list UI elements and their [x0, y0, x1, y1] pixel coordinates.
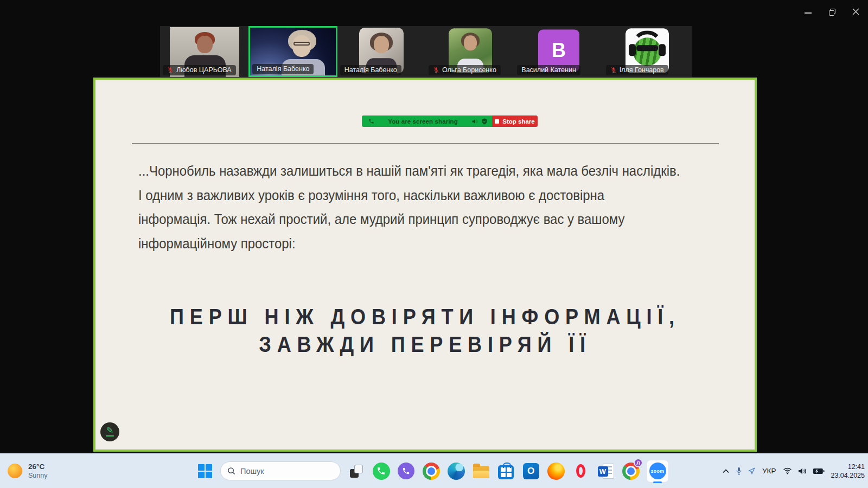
language-indicator[interactable]: УКР	[761, 467, 777, 475]
taskbar-app-opera[interactable]	[571, 461, 590, 480]
participant-name: Ілля Гончаров	[620, 66, 664, 74]
taskbar-app-chrome[interactable]	[422, 461, 441, 480]
slide-paragraph-line: інформація. Тож нехай простий, але мудри…	[138, 207, 732, 232]
slide-heading-line1: ПЕРШ НІЖ ДОВІРЯТИ ІНФОРМАЦІЇ,	[135, 303, 715, 331]
taskbar-clock[interactable]: 12:41 23.04.2025	[831, 463, 865, 480]
muted-mic-icon	[167, 67, 174, 73]
windows-logo-icon	[198, 464, 212, 478]
participant-name-badge: Любов ЦАРЬОВА	[163, 65, 236, 75]
minimize-button[interactable]	[804, 8, 812, 15]
stop-share-button[interactable]: Stop share	[492, 115, 538, 127]
taskbar-search[interactable]	[220, 461, 341, 480]
participant-filmstrip: Любов ЦАРЬОВА Наталія Бабенко Наталія Ба…	[160, 26, 692, 77]
weather-condition: Sunny	[28, 471, 47, 480]
participant-name-badge: Ольга Борисенко	[429, 65, 501, 75]
slide-paragraph: ...Чорнобиль назавжди залишиться в нашій…	[138, 159, 732, 255]
tray-location-in-use[interactable]	[748, 467, 755, 474]
outlook-icon: O	[523, 463, 539, 479]
search-input[interactable]	[240, 467, 327, 476]
viber-icon	[398, 463, 414, 479]
slide-paragraph-line: ...Чорнобиль назавжди залишиться в нашій…	[138, 159, 732, 183]
chevron-up-icon	[722, 468, 730, 474]
tray-date: 23.04.2025	[831, 471, 865, 480]
speaker-icon	[798, 467, 807, 475]
chrome-profile-badge: Л	[634, 458, 643, 467]
participant-tile[interactable]: В Василий Катенин	[514, 26, 603, 77]
participant-initial: В	[552, 39, 566, 62]
close-icon	[852, 8, 859, 15]
taskbar-app-outlook[interactable]: O	[521, 461, 540, 480]
system-tray: УКР 12:41	[722, 454, 865, 488]
muted-mic-icon	[433, 67, 439, 73]
participant-tile[interactable]: Ольга Борисенко	[426, 26, 514, 77]
participant-name: Наталія Бабенко	[257, 65, 309, 73]
taskbar-app-viber[interactable]	[397, 461, 416, 480]
tray-volume[interactable]	[798, 467, 807, 475]
location-arrow-icon	[748, 467, 755, 474]
slide-divider-line	[132, 143, 719, 144]
screen-share-status-text: You are screen sharing	[378, 118, 468, 125]
opera-icon	[576, 464, 585, 478]
taskbar-app-whatsapp[interactable]	[372, 461, 391, 480]
start-button[interactable]	[195, 461, 214, 480]
participant-name: Любов ЦАРЬОВА	[176, 66, 232, 74]
participant-name-badge: Наталія Бабенко	[252, 64, 314, 74]
muted-mic-icon	[610, 67, 617, 73]
shield-check-icon[interactable]	[481, 118, 488, 125]
close-button[interactable]	[852, 8, 859, 15]
tray-battery[interactable]	[813, 468, 825, 474]
speaker-icon[interactable]	[471, 118, 478, 125]
screen-share-status-pill[interactable]: You are screen sharing	[362, 115, 492, 127]
zoom-meeting-window: Любов ЦАРЬОВА Наталія Бабенко Наталія Ба…	[0, 0, 868, 488]
participant-name: Наталія Бабенко	[344, 66, 397, 74]
taskbar-app-microsoft-store[interactable]	[496, 461, 515, 480]
slide-heading: ПЕРШ НІЖ ДОВІРЯТИ ІНФОРМАЦІЇ, ЗАВЖДИ ПЕР…	[135, 303, 715, 358]
participant-name: Ольга Борисенко	[442, 66, 496, 74]
firefox-icon	[547, 463, 565, 480]
phone-icon	[368, 118, 374, 124]
participant-name-badge: Василий Катенин	[517, 65, 580, 75]
minimize-icon	[805, 12, 812, 14]
chrome-icon	[423, 463, 440, 480]
taskbar-app-word[interactable]: W	[596, 461, 615, 480]
taskbar-app-firefox[interactable]	[546, 461, 565, 480]
taskbar-app-zoom-active[interactable]: zoom	[646, 460, 669, 483]
restore-icon	[829, 9, 835, 15]
screen-share-toolbar[interactable]: You are screen sharing Stop share	[362, 115, 538, 127]
task-view-button[interactable]	[347, 461, 366, 480]
wifi-icon	[783, 467, 792, 474]
annotate-pencil-icon: ✎	[106, 427, 113, 434]
slide-heading-line2: ЗАВЖДИ ПЕРЕВІРЯЙ ЇЇ	[135, 331, 715, 358]
sunny-weather-icon	[8, 464, 22, 478]
participant-name: Василий Катенин	[521, 66, 576, 74]
weather-widget[interactable]: 26°C Sunny	[8, 454, 47, 488]
task-view-icon	[350, 465, 363, 478]
battery-charging-icon	[813, 468, 825, 474]
tray-time: 12:41	[831, 463, 865, 471]
participant-tile[interactable]: Ілля Гончаров	[603, 26, 692, 77]
annotate-button[interactable]: ✎	[100, 422, 119, 441]
taskbar-center: O W Л zoom	[195, 454, 669, 488]
slide-paragraph-line: І одним з важливих уроків є розуміння то…	[138, 183, 732, 208]
tray-wifi[interactable]	[783, 467, 792, 474]
microsoft-store-icon	[498, 465, 514, 479]
stop-share-label: Stop share	[502, 118, 534, 125]
participant-tile-active-speaker[interactable]: Наталія Бабенко	[248, 26, 337, 77]
tray-microphone-in-use[interactable]	[736, 467, 742, 475]
word-icon: W	[598, 463, 614, 479]
tray-overflow-button[interactable]	[722, 468, 730, 474]
taskbar-app-file-explorer[interactable]	[471, 461, 490, 480]
file-explorer-icon	[473, 466, 489, 478]
edge-icon	[448, 463, 465, 480]
participant-tile[interactable]: Любов ЦАРЬОВА	[160, 26, 248, 77]
stop-icon	[495, 119, 499, 124]
windows-taskbar: 26°C Sunny	[0, 453, 868, 488]
shared-screen-content: You are screen sharing Stop share ...Чор…	[93, 78, 757, 452]
participant-name-badge: Наталія Бабенко	[340, 65, 401, 75]
participant-tile[interactable]: Наталія Бабенко	[337, 26, 426, 77]
restore-button[interactable]	[828, 8, 835, 15]
zoom-icon: zoom	[649, 463, 666, 479]
taskbar-app-chrome-profile[interactable]: Л	[621, 461, 640, 480]
microphone-icon	[736, 467, 742, 475]
taskbar-app-edge[interactable]	[446, 461, 465, 480]
